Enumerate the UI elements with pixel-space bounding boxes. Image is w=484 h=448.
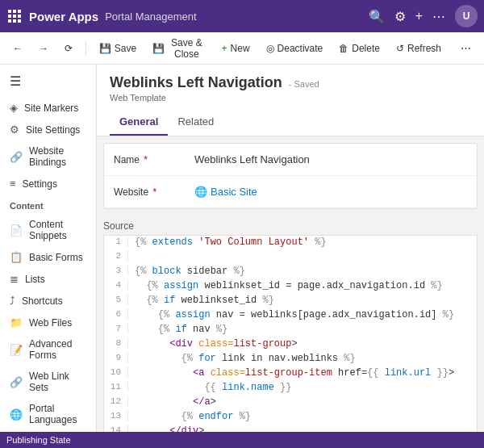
search-icon[interactable]: 🔍 xyxy=(369,9,385,24)
tab-related[interactable]: Related xyxy=(168,109,223,136)
line-number: 5 xyxy=(104,294,128,304)
code-line: 10 <a class=list-group-item href={{ link… xyxy=(104,366,477,381)
separator-1 xyxy=(86,40,86,57)
record-title: Weblinks Left Navigation xyxy=(110,74,282,91)
code-line: 5 {% if weblinkset_id %} xyxy=(104,294,477,308)
sidebar-item-web-link-sets[interactable]: 🔗 Web Link Sets xyxy=(0,366,96,398)
line-code: </a> xyxy=(128,396,216,408)
advanced-forms-icon: 📝 xyxy=(10,344,23,356)
add-icon[interactable]: + xyxy=(415,9,423,23)
svg-rect-1 xyxy=(13,10,16,13)
svg-rect-6 xyxy=(8,19,11,23)
forward-button[interactable]: → xyxy=(32,40,55,57)
website-label: Website * xyxy=(114,186,194,198)
delete-button[interactable]: 🗑 Delete xyxy=(332,40,386,57)
code-editor[interactable]: 1{% extends 'Two Column Layout' %}23{% b… xyxy=(103,235,478,448)
sidebar-item-basic-forms[interactable]: 📋 Basic Forms xyxy=(0,246,96,268)
svg-rect-2 xyxy=(18,10,21,13)
record-saved-status: - Saved xyxy=(289,79,319,89)
code-line: 4 {% assign weblinkset_id = page.adx_nav… xyxy=(104,279,477,294)
form-section: Name * Weblinks Left Navigation Website … xyxy=(103,143,478,209)
line-code: {% endfor %} xyxy=(128,410,251,422)
refresh-cmd-icon: ⟳ xyxy=(65,43,73,54)
new-icon: + xyxy=(222,43,227,54)
portal-languages-icon: 🌐 xyxy=(10,408,23,421)
sidebar-item-web-files[interactable]: 📁 Web Files xyxy=(0,312,96,333)
svg-rect-4 xyxy=(13,15,16,18)
app-name: Power Apps xyxy=(29,10,98,23)
code-line: 11 {{ link.name }} xyxy=(104,381,477,396)
sidebar-label-shortcuts: Shortcuts xyxy=(22,295,63,307)
deactivate-button[interactable]: ◎ Deactivate xyxy=(260,40,330,57)
website-link[interactable]: Basic Site xyxy=(211,186,257,198)
more-button[interactable]: ⋯ xyxy=(454,39,478,57)
content-section-label: Content xyxy=(0,195,96,214)
sidebar-label-settings: Settings xyxy=(23,178,57,190)
sidebar-item-advanced-forms[interactable]: 📝 Advanced Forms xyxy=(0,333,96,366)
website-bindings-icon: 🔗 xyxy=(10,151,23,163)
sidebar-label-advanced-forms: Advanced Forms xyxy=(29,338,86,361)
svg-rect-5 xyxy=(18,15,21,18)
line-code: {% assign weblinkset_id = page.adx_navig… xyxy=(128,279,443,291)
command-bar: ← → ⟳ 💾 Save 💾 Save & Close + New ◎ Deac… xyxy=(0,32,484,65)
new-button[interactable]: + New xyxy=(215,40,257,57)
sidebar-label-site-markers: Site Markers xyxy=(24,103,78,114)
sidebar-item-settings[interactable]: ≡ Settings xyxy=(0,173,96,195)
tab-general[interactable]: General xyxy=(110,109,168,136)
forward-icon: → xyxy=(39,43,48,54)
code-line: 13 {% endfor %} xyxy=(104,410,477,425)
sidebar-item-content-snippets[interactable]: 📄 Content Snippets xyxy=(0,214,96,246)
shortcuts-icon: ⤴ xyxy=(10,295,15,307)
sidebar-label-content-snippets: Content Snippets xyxy=(29,219,86,241)
line-number: 3 xyxy=(104,265,128,275)
refresh-icon: ↺ xyxy=(396,43,404,54)
refresh-cmd-button[interactable]: ⟳ xyxy=(58,40,79,57)
sidebar-label-site-settings: Site Settings xyxy=(26,124,80,136)
sidebar-item-lists[interactable]: ≣ Lists xyxy=(0,268,96,290)
sidebar-item-website-bindings[interactable]: 🔗 Website Bindings xyxy=(0,140,96,173)
portal-title: Portal Management xyxy=(105,10,362,23)
sidebar-item-site-markers[interactable]: ◈ Site Markers xyxy=(0,97,96,119)
sidebar-item-shortcuts[interactable]: ⤴ Shortcuts xyxy=(0,290,96,312)
delete-icon: 🗑 xyxy=(339,43,348,54)
save-icon: 💾 xyxy=(99,43,111,54)
source-section: Source 1{% extends 'Two Column Layout' %… xyxy=(103,216,478,448)
svg-rect-7 xyxy=(13,19,16,23)
line-code: {% block sidebar %} xyxy=(128,265,245,277)
refresh-button[interactable]: ↺ Refresh xyxy=(390,40,448,57)
code-line: 1{% extends 'Two Column Layout' %} xyxy=(104,236,477,250)
code-line: 12 </a> xyxy=(104,396,477,410)
sidebar-item-site-settings[interactable]: ⚙ Site Settings xyxy=(0,119,96,140)
avatar[interactable]: U xyxy=(455,5,478,27)
web-files-icon: 📁 xyxy=(10,316,23,329)
save-close-button[interactable]: 💾 Save & Close xyxy=(146,34,211,63)
name-required: * xyxy=(144,154,148,165)
code-line: 8 <div class=list-group> xyxy=(104,337,477,352)
more-icon[interactable]: ⋯ xyxy=(432,9,445,24)
content-area: Weblinks Left Navigation - Saved Web Tem… xyxy=(97,65,484,448)
save-button[interactable]: 💾 Save xyxy=(93,40,143,57)
sidebar-item-portal-languages[interactable]: 🌐 Portal Languages xyxy=(0,398,96,430)
line-number: 9 xyxy=(104,352,128,362)
settings-icon[interactable]: ⚙ xyxy=(394,9,406,24)
line-number: 1 xyxy=(104,236,128,246)
sidebar-label-web-files: Web Files xyxy=(29,317,72,329)
line-number: 4 xyxy=(104,279,128,290)
back-button[interactable]: ← xyxy=(6,40,29,57)
sidebar-label-portal-languages: Portal Languages xyxy=(29,403,86,425)
line-number: 2 xyxy=(104,250,128,261)
website-required: * xyxy=(152,186,156,198)
code-line: 3{% block sidebar %} xyxy=(104,265,477,279)
topbar: Power Apps Portal Management 🔍 ⚙ + ⋯ U xyxy=(0,0,484,32)
line-number: 10 xyxy=(104,366,128,377)
form-row-name: Name * Weblinks Left Navigation xyxy=(104,144,477,176)
sidebar: ☰ ◈ Site Markers ⚙ Site Settings 🔗 Websi… xyxy=(0,65,97,448)
sidebar-toggle[interactable]: ☰ xyxy=(0,65,96,97)
site-markers-icon: ◈ xyxy=(10,102,18,114)
line-code: {{ link.name }} xyxy=(128,381,291,393)
code-line: 7 {% if nav %} xyxy=(104,323,477,337)
code-line: 2 xyxy=(104,250,477,265)
sidebar-label-lists: Lists xyxy=(25,274,45,285)
line-number: 13 xyxy=(104,410,128,421)
grid-icon[interactable] xyxy=(6,8,23,24)
